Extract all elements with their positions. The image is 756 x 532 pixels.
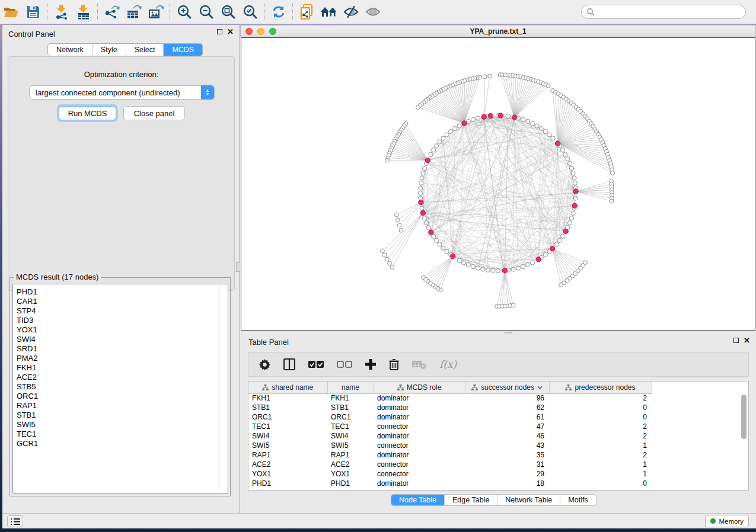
network-window-titlebar[interactable]: YPA_prune.txt_1 [240,25,756,37]
network-graph[interactable] [241,38,755,330]
network-node[interactable] [418,191,422,195]
table-cell[interactable]: FKH1 [248,393,327,403]
network-node[interactable] [434,144,438,148]
mcds-hub-node[interactable] [555,141,560,146]
table-cell[interactable]: 2 [549,393,652,403]
export-network-button[interactable] [101,2,123,22]
hide-selected-button[interactable] [340,2,362,22]
table-cell[interactable]: PHD1 [248,479,327,488]
network-node[interactable] [560,148,564,152]
mcds-result-item[interactable]: FKH1 [17,363,228,373]
tab-network-table[interactable]: Network Table [497,495,560,505]
network-node[interactable] [539,126,543,130]
table-cell[interactable]: 62 [465,403,549,412]
network-node[interactable] [573,196,578,200]
tab-network[interactable]: Network [48,44,92,56]
network-node[interactable] [521,264,525,268]
mcds-result-item[interactable]: ORC1 [17,392,228,401]
mcds-hub-node[interactable] [488,113,493,118]
table-cell[interactable]: 2 [549,450,652,460]
network-node[interactable] [563,152,567,156]
table-cell[interactable]: 1 [549,469,652,479]
float-panel-icon[interactable] [733,338,739,343]
network-node[interactable] [551,136,555,140]
table-row[interactable]: ORC1ORC1dominator610 [248,412,748,422]
network-node[interactable] [567,221,572,225]
mcds-result-item[interactable]: SRD1 [17,344,228,354]
table-cell[interactable]: TEC1 [248,422,327,431]
mcds-result-item[interactable]: GCR1 [17,439,228,448]
network-node[interactable] [476,116,480,120]
tab-mcds[interactable]: MCDS [164,44,202,56]
table-cell[interactable]: YOX1 [248,469,327,479]
table-cell[interactable]: 46 [465,431,549,441]
network-node[interactable] [491,268,495,273]
network-node[interactable] [434,238,438,242]
table-cell[interactable]: SWI5 [248,441,327,450]
search-input[interactable] [581,5,746,19]
mcds-result-list[interactable]: PHD1CAR1STP4TID3YOX1SWI4SRD1PMA2FKH1ACE2… [12,284,228,493]
network-node[interactable] [431,148,435,152]
column-header-successor-nodes[interactable]: successor nodes [465,382,549,393]
table-row[interactable]: ACE2ACE2connector311 [248,460,748,469]
table-cell[interactable]: 0 [549,403,652,412]
network-node[interactable] [516,266,520,270]
task-history-button[interactable] [7,515,23,527]
table-cell[interactable]: connector [374,469,465,479]
tab-edge-table[interactable]: Edge Table [445,495,497,505]
clone-network-button[interactable] [296,2,318,22]
table-cell[interactable]: 43 [465,441,549,450]
network-node[interactable] [571,171,575,175]
network-node[interactable] [426,225,430,229]
table-cell[interactable]: RAP1 [327,450,374,460]
network-node[interactable] [424,221,428,225]
search-field[interactable] [595,8,745,16]
table-row[interactable]: YOX1YOX1connector291 [248,469,748,479]
network-node[interactable] [438,242,442,246]
mcds-hub-node[interactable] [420,210,425,215]
network-node[interactable] [543,252,547,257]
network-node[interactable] [566,156,570,161]
network-node[interactable] [526,119,530,123]
network-node[interactable] [530,121,534,126]
tab-node-table[interactable]: Node Table [391,495,445,505]
open-file-button[interactable] [0,2,22,22]
table-cell[interactable]: 31 [465,460,549,469]
table-cell[interactable]: dominator [374,450,465,460]
mcds-result-item[interactable]: ACE2 [17,373,228,382]
mcds-hub-node[interactable] [419,200,423,204]
network-node[interactable] [453,126,457,130]
network-node[interactable] [419,186,423,190]
table-cell[interactable]: 0 [549,412,652,422]
table-cell[interactable]: 61 [465,412,549,422]
mcds-result-item[interactable]: STP4 [17,306,228,316]
mcds-hub-node[interactable] [512,115,516,120]
table-cell[interactable]: dominator [374,431,465,441]
mcds-hub-node[interactable] [536,257,541,262]
network-node[interactable] [573,181,577,185]
network-node[interactable] [471,264,475,268]
mcds-hub-node[interactable] [429,230,433,235]
table-scrollbar[interactable] [741,395,747,439]
table-cell[interactable]: dominator [374,403,465,412]
run-mcds-button[interactable]: Run MCDS [59,106,116,120]
mcds-hub-node[interactable] [502,268,507,273]
table-cell[interactable]: TEC1 [327,422,374,431]
close-panel-icon[interactable]: ✕ [227,29,234,34]
network-node[interactable] [457,258,461,262]
network-node[interactable] [461,261,465,265]
network-node[interactable] [535,124,539,128]
table-row[interactable]: SWI5SWI5connector431 [248,441,748,450]
network-node[interactable] [511,267,515,271]
network-node[interactable] [530,261,534,265]
zoom-out-button[interactable] [195,2,217,22]
table-cell[interactable]: RAP1 [248,450,327,460]
network-node[interactable] [449,129,453,133]
column-header-shared-name[interactable]: shared name [248,382,327,393]
table-cell[interactable]: connector [374,422,465,431]
import-table-button[interactable] [72,2,94,22]
table-cell[interactable]: SWI4 [248,431,327,441]
network-node[interactable] [466,262,470,267]
network-node[interactable] [567,161,572,165]
zoom-fit-button[interactable] [217,2,239,22]
